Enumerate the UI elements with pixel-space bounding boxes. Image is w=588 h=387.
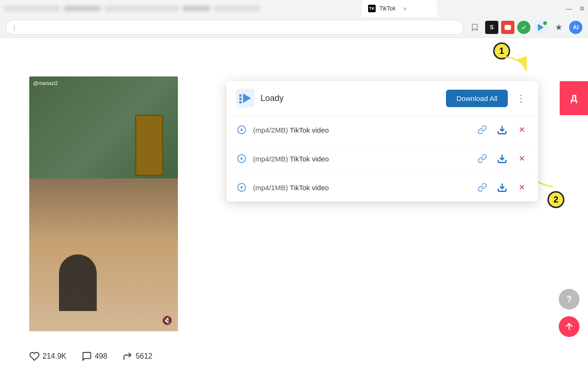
svg-rect-2 <box>538 25 539 26</box>
comments-count: 498 <box>95 352 108 361</box>
item-format-2: (mp4/2MB) <box>253 155 288 163</box>
comments-stat[interactable]: 498 <box>82 351 108 362</box>
active-tab[interactable]: TK TikTok × <box>361 0 437 17</box>
video-door <box>135 115 163 176</box>
item-title-3: TikTok video <box>290 184 329 192</box>
svg-rect-0 <box>504 25 511 30</box>
likes-stat[interactable]: 214.9K <box>29 351 67 362</box>
tiktok-video-player[interactable]: @mariazi2 🔇 <box>29 76 178 331</box>
loady-extension-icon[interactable] <box>533 20 548 35</box>
tab-close-button[interactable]: × <box>403 5 407 12</box>
svg-rect-7 <box>239 98 242 100</box>
item-title-1: TikTok video <box>290 126 329 134</box>
item-label-2: (mp4/2MB) TikTok video <box>253 155 470 163</box>
svg-marker-17 <box>241 186 243 189</box>
help-button[interactable]: ? <box>559 289 580 310</box>
social-stats-bar: 214.9K 498 5612 <box>29 351 152 362</box>
extension-icon-3[interactable] <box>517 21 530 34</box>
item-actions-1: × <box>476 123 529 136</box>
red-cta-button[interactable]: Д <box>560 81 588 115</box>
video-background <box>29 76 178 331</box>
mute-icon[interactable]: 🔇 <box>162 315 172 326</box>
play-button-3[interactable] <box>236 182 247 193</box>
user-avatar[interactable]: AI <box>569 21 582 34</box>
shares-count: 5612 <box>135 352 152 361</box>
step-1-arrow <box>494 52 531 76</box>
remove-button-2[interactable]: × <box>515 152 529 165</box>
remove-button-1[interactable]: × <box>515 123 529 136</box>
red-button-label: Д <box>571 93 577 104</box>
copy-link-button-1[interactable] <box>476 123 489 136</box>
address-bar-row: j S AI <box>0 17 588 38</box>
item-actions-3: × <box>476 181 529 194</box>
extensions-menu-icon[interactable] <box>551 20 566 35</box>
tiktok-favicon: TK <box>368 5 376 12</box>
extension-icon-1[interactable]: S <box>485 21 498 34</box>
extension-badge <box>543 21 547 25</box>
loady-popup: Loady Download All ⋮ (mp4/2MB) TikTok vi… <box>227 81 538 202</box>
svg-rect-3 <box>538 28 539 29</box>
blurred-pill <box>213 6 260 11</box>
video-person <box>59 254 97 311</box>
download-all-button[interactable]: Download All <box>446 90 508 107</box>
play-button-1[interactable] <box>236 124 247 135</box>
upload-button[interactable] <box>559 316 580 337</box>
svg-marker-1 <box>538 24 544 31</box>
copy-link-button-2[interactable] <box>476 152 489 165</box>
blurred-tab-bar: TK TikTok × — ⧉ <box>0 0 588 17</box>
video-item-3: (mp4/1MB) TikTok video × <box>227 173 538 202</box>
svg-rect-6 <box>239 94 242 97</box>
window-controls: — ⧉ <box>566 0 584 17</box>
item-actions-2: × <box>476 152 529 165</box>
download-button-3[interactable] <box>496 181 509 194</box>
minimize-button[interactable]: — <box>566 5 572 12</box>
step-2-circle: 2 <box>547 191 564 208</box>
blurred-pill <box>4 6 60 11</box>
loady-header: Loady Download All ⋮ <box>227 81 538 116</box>
video-username: @mariazi2 <box>33 80 58 86</box>
loady-title: Loady <box>260 93 440 103</box>
shares-stat[interactable]: 5612 <box>122 351 152 362</box>
address-text: j <box>14 24 15 31</box>
video-item-1: (mp4/2MB) TikTok video × <box>227 116 538 144</box>
remove-button-3[interactable]: × <box>515 181 529 194</box>
likes-count: 214.9K <box>42 352 67 361</box>
more-options-button[interactable]: ⋮ <box>513 91 529 106</box>
page-content: @mariazi2 🔇 214.9K 498 5612 Д ? <box>0 38 588 376</box>
svg-rect-8 <box>239 101 242 103</box>
video-lower-bg <box>29 178 178 331</box>
bookmark-icon[interactable] <box>467 20 482 35</box>
blurred-pill <box>63 6 101 11</box>
svg-marker-14 <box>241 157 243 160</box>
copy-link-button-3[interactable] <box>476 181 489 194</box>
address-bar[interactable]: j <box>6 20 463 35</box>
tab-title: TikTok <box>379 5 395 12</box>
item-format-1: (mp4/2MB) <box>253 126 288 134</box>
download-button-2[interactable] <box>496 152 509 165</box>
loady-logo <box>236 89 255 108</box>
item-format-3: (mp4/1MB) <box>253 184 288 192</box>
item-title-2: TikTok video <box>290 155 329 163</box>
item-label-3: (mp4/1MB) TikTok video <box>253 184 470 192</box>
svg-marker-11 <box>241 128 243 132</box>
download-button-1[interactable] <box>496 123 509 136</box>
extension-icon-2[interactable] <box>501 21 514 34</box>
blurred-pill <box>182 6 210 11</box>
maximize-button[interactable]: ⧉ <box>580 5 584 12</box>
video-item-2: (mp4/2MB) TikTok video × <box>227 144 538 173</box>
toolbar-icons: S AI <box>467 20 582 35</box>
item-label-1: (mp4/2MB) TikTok video <box>253 126 470 134</box>
blurred-pill <box>104 6 179 11</box>
play-button-2[interactable] <box>236 153 247 164</box>
